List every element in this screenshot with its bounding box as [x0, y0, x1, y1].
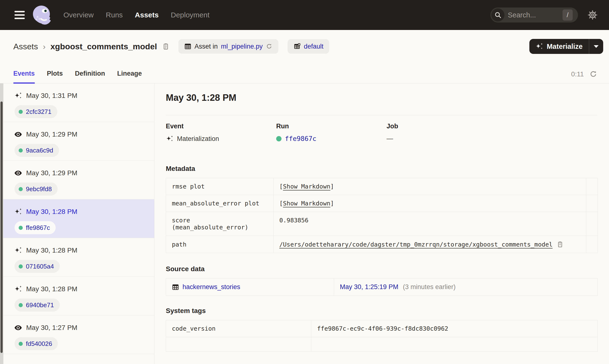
metadata-key: mean_absolute_error plot — [166, 195, 274, 212]
run-id-link[interactable]: ffe9867c — [285, 135, 316, 142]
repository-tag[interactable]: default — [288, 39, 329, 54]
event-list-item-partial — [3, 354, 154, 364]
breadcrumb-assets-link[interactable]: Assets — [13, 42, 38, 51]
run-id-link[interactable]: 9aca6c9d — [26, 147, 53, 154]
run-id-link[interactable]: 9ebc9fd8 — [26, 185, 52, 193]
event-list-item[interactable]: May 30, 1:31 PM 2cfc3271 — [3, 83, 154, 122]
copy-asset-name-icon[interactable] — [162, 42, 170, 50]
metadata-value: 0.983856 — [274, 212, 586, 236]
show-markdown-link[interactable]: Show Markdown — [283, 200, 330, 207]
search-input[interactable] — [508, 11, 554, 19]
source-data-table: hackernews_stories May 30, 1:25:19 PM (3… — [166, 278, 598, 296]
search-icon — [491, 8, 504, 22]
observation-icon — [14, 324, 22, 332]
materialization-icon — [166, 135, 174, 143]
source-materialization-time-link[interactable]: May 30, 1:25:19 PM — [340, 283, 398, 290]
search-shortcut-badge: / — [563, 9, 573, 21]
nav-item-deployment[interactable]: Deployment — [171, 11, 209, 19]
run-id-pill[interactable]: ffe9867c — [14, 221, 56, 234]
asset-in-label: Asset in — [194, 43, 218, 50]
search-box[interactable]: / — [490, 8, 578, 23]
repository-icon — [293, 43, 301, 50]
run-id-link[interactable]: 071605a4 — [26, 263, 54, 270]
path-link[interactable]: /Users/odetteharary/code/dagster/tmp_0mz… — [279, 241, 553, 248]
event-list-item[interactable]: May 30, 1:28 PM 6940be71 — [3, 277, 154, 315]
event-list-item[interactable]: May 30, 1:29 PM 9aca6c9d — [3, 122, 154, 161]
table-row: hackernews_stories May 30, 1:25:19 PM (3… — [166, 278, 598, 296]
refresh-icon[interactable] — [589, 70, 597, 78]
event-list-sidebar: May 30, 1:31 PM 2cfc3271 May 30, 1:29 PM… — [0, 83, 154, 364]
table-row: score (mean_absolute_error) 0.983856 — [166, 212, 598, 236]
run-id-pill[interactable]: 9aca6c9d — [14, 144, 59, 157]
run-id-link[interactable]: 2cfc3271 — [26, 108, 52, 116]
event-list-item[interactable]: May 30, 1:29 PM 9ebc9fd8 — [3, 161, 154, 199]
metadata-heading: Metadata — [166, 165, 597, 173]
tab-definition[interactable]: Definition — [75, 70, 105, 83]
run-status-dot — [19, 264, 23, 269]
event-timestamp: May 30, 1:27 PM — [26, 324, 77, 332]
materialization-icon — [14, 208, 22, 216]
run-id-pill[interactable]: fd540026 — [14, 337, 58, 350]
job-value: — — [387, 135, 393, 142]
tab-plots[interactable]: Plots — [47, 70, 63, 83]
source-relative-time: (3 minutes earlier) — [403, 283, 456, 290]
event-detail-panel: May 30, 1:28 PM Event Materialization Ru… — [154, 83, 609, 364]
observation-icon — [14, 130, 22, 139]
refresh-countdown: 0:11 — [571, 70, 584, 78]
chevron-down-icon — [594, 45, 599, 48]
window-edge — [0, 83, 3, 364]
settings-gear-icon[interactable] — [587, 10, 598, 20]
event-timestamp: May 30, 1:29 PM — [26, 169, 77, 177]
tab-lineage[interactable]: Lineage — [117, 70, 142, 83]
run-id-pill[interactable]: 6940be71 — [14, 299, 60, 312]
table-row: path /Users/odetteharary/code/dagster/tm… — [166, 236, 598, 253]
system-tag-value: ffe9867c-ec9c-4f06-939c-f8dc830c0962 — [311, 320, 598, 337]
materialize-dropdown-button[interactable] — [589, 39, 603, 54]
run-id-pill[interactable]: 071605a4 — [14, 260, 60, 273]
asset-tabs: Events Plots Definition Lineage 0:11 — [0, 63, 609, 83]
metadata-key: score (mean_absolute_error) — [166, 212, 274, 236]
metadata-value: /Users/odetteharary/code/dagster/tmp_0mz… — [274, 236, 586, 253]
materialize-label: Materialize — [547, 42, 583, 51]
metadata-key: path — [166, 236, 274, 253]
system-tags-heading: System tags — [166, 307, 597, 315]
run-column-label: Run — [276, 123, 387, 130]
pipeline-file-link[interactable]: ml_pipeline.py — [221, 43, 263, 50]
metadata-table: rmse plot [Show Markdown] mean_absolute_… — [166, 178, 598, 253]
run-id-link[interactable]: fd540026 — [26, 340, 52, 348]
source-asset-link[interactable]: hackernews_stories — [182, 283, 240, 291]
run-id-link[interactable]: ffe9867c — [26, 224, 50, 232]
event-list-item[interactable]: May 30, 1:28 PM 071605a4 — [3, 238, 154, 277]
job-column-label: Job — [387, 123, 597, 130]
event-timestamp: May 30, 1:31 PM — [26, 92, 77, 100]
dagster-logo-icon[interactable] — [31, 4, 53, 26]
show-markdown-link[interactable]: Show Markdown — [283, 183, 330, 190]
copy-path-icon[interactable] — [556, 241, 564, 248]
run-status-dot — [19, 303, 23, 307]
nav-item-runs[interactable]: Runs — [106, 11, 123, 19]
menu-icon[interactable] — [14, 11, 25, 19]
table-icon — [172, 284, 179, 291]
reload-icon[interactable] — [266, 43, 273, 50]
run-id-pill[interactable]: 2cfc3271 — [14, 105, 57, 118]
table-row: rmse plot [Show Markdown] — [166, 178, 598, 195]
scrollbar-thumb[interactable] — [0, 102, 3, 353]
event-type-value: Materialization — [177, 135, 219, 143]
nav-item-assets[interactable]: Assets — [135, 11, 159, 19]
table-row: mean_absolute_error plot [Show Markdown] — [166, 195, 598, 212]
event-list-item[interactable]: May 30, 1:27 PM fd540026 — [3, 315, 154, 354]
materialize-button[interactable]: Materialize — [529, 39, 603, 54]
run-id-link[interactable]: 6940be71 — [26, 301, 54, 309]
tab-events[interactable]: Events — [13, 70, 35, 83]
run-id-pill[interactable]: 9ebc9fd8 — [14, 182, 58, 195]
repository-link[interactable]: default — [304, 43, 323, 50]
event-timestamp: May 30, 1:29 PM — [26, 130, 77, 138]
top-nav: Overview Runs Assets Deployment / — [0, 0, 609, 30]
breadcrumb-separator: › — [43, 42, 45, 51]
event-list-item-selected[interactable]: May 30, 1:28 PM ffe9867c — [3, 199, 154, 238]
metadata-key: rmse plot — [166, 178, 274, 195]
table-row-partial — [166, 337, 598, 352]
asset-group-tag[interactable]: Asset in ml_pipeline.py — [178, 39, 279, 54]
nav-item-overview[interactable]: Overview — [63, 11, 94, 19]
system-tag-key: code_version — [166, 320, 311, 337]
